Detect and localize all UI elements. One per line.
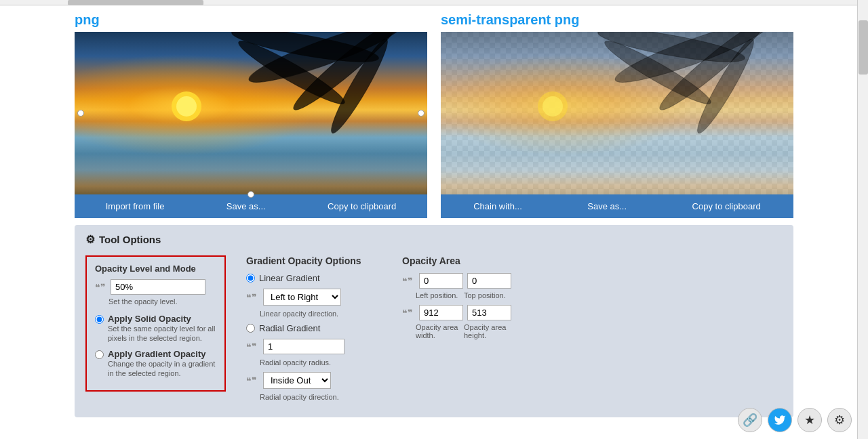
- tool-options-title: Tool Options: [99, 234, 161, 245]
- linear-direction-row: ❝❞ Left to Right Right to Left Top to Bo…: [246, 289, 382, 306]
- right-handle[interactable]: [418, 110, 425, 117]
- top-scrollbar-thumb: [68, 0, 203, 5]
- right-scrollbar[interactable]: [857, 0, 868, 439]
- left-panel-title: png: [75, 12, 427, 28]
- opacity-level-title: Opacity Level and Mode: [95, 264, 216, 274]
- twitter-button[interactable]: [768, 408, 792, 432]
- radial-direction-select[interactable]: Inside Out Outside In: [263, 372, 331, 389]
- chain-with-button[interactable]: Chain with...: [473, 201, 522, 211]
- opacity-helper: Set the opacity level.: [108, 297, 216, 306]
- options-grid: Opacity Level and Mode ❝❞ Set the opacit…: [85, 255, 783, 406]
- radial-radius-quote-icon: ❝❞: [246, 341, 257, 352]
- pos-quote-icon: ❝❞: [402, 276, 413, 287]
- top-scrollbar: [0, 0, 868, 5]
- position-labels: Left position. Top position.: [416, 291, 551, 299]
- position-row: ❝❞: [402, 273, 551, 289]
- gradient-opacity-label: Apply Gradient Opacity: [108, 349, 216, 359]
- linear-gradient-item: Linear Gradient: [246, 273, 382, 283]
- svg-point-5: [172, 91, 201, 121]
- bottom-handle[interactable]: [248, 191, 254, 198]
- width-input[interactable]: [419, 305, 463, 320]
- radial-dir-helper: Radial opacity direction.: [260, 393, 382, 401]
- tool-options-section: ⚙ Tool Options Opacity Level and Mode ❝❞…: [75, 225, 793, 417]
- height-label: Opacity area height.: [464, 323, 508, 339]
- main-container: png: [0, 0, 868, 439]
- svg-point-11: [692, 35, 760, 138]
- radial-gradient-radio[interactable]: [246, 324, 255, 333]
- gradient-opacity-desc: Change the opacity in a gradient in the …: [108, 359, 216, 379]
- opacity-area: Opacity Area ❝❞ Left position. Top posit…: [402, 255, 551, 345]
- linear-dir-helper: Linear opacity direction.: [260, 310, 382, 318]
- svg-point-1: [230, 32, 380, 68]
- radio-group: Apply Solid Opacity Set the same opacity…: [95, 314, 216, 378]
- import-from-file-button[interactable]: Import from file: [106, 201, 165, 211]
- radial-helper: Radial opacity radius.: [260, 358, 382, 367]
- left-position-input[interactable]: [419, 273, 463, 289]
- link-button[interactable]: 🔗: [738, 408, 762, 432]
- solid-opacity-option: Apply Solid Opacity Set the same opacity…: [95, 314, 216, 343]
- gradient-opacity-option: Apply Gradient Opacity Change the opacit…: [95, 349, 216, 379]
- left-action-bar: Import from file Save as... Copy to clip…: [75, 194, 427, 218]
- tool-options-gear-icon: ⚙: [85, 233, 95, 246]
- tool-options-header: ⚙ Tool Options: [85, 233, 783, 246]
- left-image-panel: png: [75, 12, 427, 218]
- radial-gradient-label: Radial Gradient: [259, 323, 320, 333]
- size-row: ❝❞: [402, 305, 551, 320]
- opacity-level-box: Opacity Level and Mode ❝❞ Set the opacit…: [85, 255, 226, 392]
- right-panel-title: semi-transparent png: [441, 12, 793, 28]
- opacity-input[interactable]: [111, 279, 205, 295]
- gradient-options: Gradient Opacity Options Linear Gradient…: [246, 255, 382, 406]
- right-save-as-button[interactable]: Save as...: [587, 201, 627, 211]
- left-handle[interactable]: [77, 110, 84, 117]
- solid-opacity-radio[interactable]: [95, 315, 104, 324]
- radial-direction-row: ❝❞ Inside Out Outside In: [246, 372, 382, 389]
- top-position-label: Top position.: [464, 291, 508, 299]
- linear-dir-quote-icon: ❝❞: [246, 292, 257, 303]
- svg-point-3: [235, 35, 349, 111]
- left-save-as-button[interactable]: Save as...: [226, 201, 266, 211]
- gradient-opacity-radio[interactable]: [95, 350, 104, 359]
- star-button[interactable]: ★: [797, 408, 822, 432]
- svg-point-8: [596, 32, 747, 68]
- top-position-input[interactable]: [467, 273, 511, 289]
- radial-radius-input[interactable]: [263, 339, 344, 354]
- radial-radius-row: ❝❞: [246, 339, 382, 354]
- right-action-bar: Chain with... Save as... Copy to clipboa…: [441, 194, 793, 218]
- gradient-options-title: Gradient Opacity Options: [246, 255, 382, 266]
- svg-point-7: [611, 32, 772, 91]
- settings-button[interactable]: ⚙: [827, 408, 852, 432]
- svg-point-4: [326, 35, 394, 138]
- right-image-wrapper: [441, 32, 793, 194]
- opacity-area-title: Opacity Area: [402, 255, 551, 266]
- svg-point-9: [654, 32, 770, 117]
- linear-gradient-radio[interactable]: [246, 274, 255, 283]
- radial-dir-quote-icon: ❝❞: [246, 375, 257, 386]
- solid-opacity-label: Apply Solid Opacity: [108, 314, 216, 324]
- solid-opacity-desc: Set the same opacity level for all pixel…: [108, 324, 216, 343]
- size-quote-icon: ❝❞: [402, 308, 413, 318]
- scrollbar-thumb[interactable]: [859, 20, 868, 75]
- bottom-icon-bar: 🔗 ★ ⚙: [738, 408, 852, 432]
- svg-point-2: [288, 32, 403, 117]
- left-image-wrapper: [75, 32, 427, 194]
- linear-gradient-label: Linear Gradient: [259, 273, 320, 283]
- size-labels: Opacity area width. Opacity area height.: [416, 323, 551, 339]
- width-label: Opacity area width.: [416, 323, 460, 339]
- right-image-panel: semi-transparent png: [441, 12, 793, 218]
- right-beach-image: [441, 32, 793, 194]
- svg-point-6: [176, 96, 197, 117]
- radial-gradient-item: Radial Gradient: [246, 323, 382, 333]
- linear-direction-select[interactable]: Left to Right Right to Left Top to Botto…: [263, 289, 341, 306]
- svg-point-13: [542, 96, 563, 117]
- images-section: png: [0, 5, 868, 218]
- left-beach-image: [75, 32, 427, 194]
- height-input[interactable]: [467, 305, 511, 320]
- right-copy-button[interactable]: Copy to clipboard: [692, 201, 761, 211]
- opacity-quote-icon: ❝❞: [95, 282, 106, 293]
- svg-point-0: [245, 32, 406, 91]
- left-position-label: Left position.: [416, 291, 460, 299]
- svg-point-10: [601, 35, 715, 111]
- svg-point-12: [538, 91, 568, 121]
- left-copy-button[interactable]: Copy to clipboard: [328, 201, 396, 211]
